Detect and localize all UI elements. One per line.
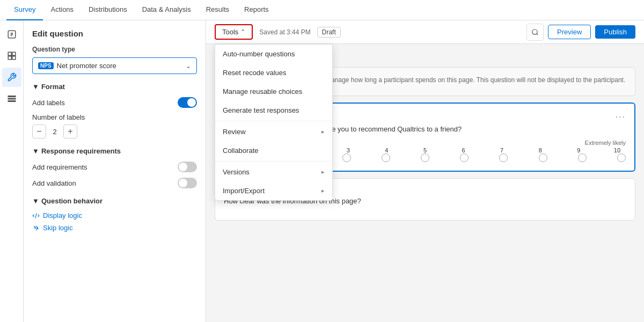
survey-nav-icon[interactable] xyxy=(2,25,21,44)
auto-number-label: Auto-number questions xyxy=(223,50,295,58)
svg-rect-3 xyxy=(8,56,11,60)
display-logic-label: Display logic xyxy=(43,211,82,219)
top-nav: Survey Actions Distributions Data & Anal… xyxy=(0,0,644,20)
nps-radio-5[interactable] xyxy=(421,153,429,162)
skip-logic-link[interactable]: Skip logic xyxy=(32,224,197,232)
reset-recode-label: Reset recode values xyxy=(223,69,287,77)
behavior-arrow-icon: ▼ xyxy=(32,197,39,205)
preview-button[interactable]: Preview xyxy=(548,25,591,39)
nps-radio-4[interactable] xyxy=(382,153,390,162)
saved-status: Saved at 3:44 PM xyxy=(259,28,310,36)
nps-num-3: 3 xyxy=(340,147,357,153)
add-requirements-toggle[interactable] xyxy=(178,162,197,172)
review-arrow-icon: ▸ xyxy=(321,128,325,135)
svg-rect-6 xyxy=(8,98,16,99)
svg-rect-1 xyxy=(8,52,11,55)
nav-tab-results[interactable]: Results xyxy=(199,0,237,20)
tools-dropdown-menu: Auto-number questions Reset recode value… xyxy=(215,44,333,201)
nps-label-right: Extremely likely xyxy=(585,140,626,146)
edit-panel: Edit question Question type NPS Net prom… xyxy=(24,20,206,322)
toolbar-right: Preview Publish xyxy=(526,24,635,41)
number-control: − 2 + xyxy=(32,125,77,138)
nps-badge: NPS xyxy=(38,62,54,69)
question-type-select[interactable]: NPS Net promoter score ⌄ xyxy=(32,57,197,74)
search-icon xyxy=(531,28,539,36)
label-count: 2 xyxy=(50,128,59,136)
blocks-nav-icon[interactable] xyxy=(2,46,21,65)
nps-more-icon[interactable]: ··· xyxy=(616,112,626,122)
svg-rect-2 xyxy=(12,52,15,55)
nav-tab-distributions[interactable]: Distributions xyxy=(81,0,135,20)
svg-point-8 xyxy=(532,29,537,34)
nps-num-8: 8 xyxy=(532,147,549,153)
display-logic-link[interactable]: Display logic xyxy=(32,211,197,219)
add-validation-toggle[interactable] xyxy=(178,178,197,188)
menu-item-import-export[interactable]: Import/Export ▸ xyxy=(215,181,332,200)
generate-test-label: Generate test responses xyxy=(223,106,299,114)
publish-button[interactable]: Publish xyxy=(595,25,635,39)
add-requirements-label: Add requirements xyxy=(32,163,87,171)
format-header[interactable]: ▼ Format xyxy=(32,83,197,91)
collaborate-label: Collaborate xyxy=(223,147,259,155)
response-header[interactable]: ▼ Response requirements xyxy=(32,147,197,155)
nps-num-9: 9 xyxy=(570,147,587,153)
menu-item-versions[interactable]: Versions ▸ xyxy=(215,163,332,181)
review-label: Review xyxy=(223,128,246,136)
response-header-label: Response requirements xyxy=(41,147,121,155)
skip-logic-icon xyxy=(32,224,40,232)
nav-tab-data-analysis[interactable]: Data & Analysis xyxy=(135,0,199,20)
menu-item-collaborate[interactable]: Collaborate xyxy=(215,141,332,160)
menu-item-generate-test[interactable]: Generate test responses xyxy=(215,101,332,120)
divider-1 xyxy=(215,121,332,121)
search-button[interactable] xyxy=(526,24,544,41)
response-arrow-icon: ▼ xyxy=(32,147,39,155)
nav-tab-actions[interactable]: Actions xyxy=(43,0,81,20)
main-content: Tools ⌃ Saved at 3:44 PM Draft Preview P… xyxy=(206,20,644,322)
format-header-label: Format xyxy=(41,83,65,91)
increment-button[interactable]: + xyxy=(63,125,77,138)
format-section: ▼ Format Add labels Number of labels − 2… xyxy=(32,83,197,138)
svg-rect-4 xyxy=(12,56,15,60)
menu-item-review[interactable]: Review ▸ xyxy=(215,122,332,141)
nps-radio-7[interactable] xyxy=(499,153,508,162)
import-export-label: Import/Export xyxy=(223,187,265,195)
add-validation-label: Add validation xyxy=(32,179,76,187)
decrement-button[interactable]: − xyxy=(32,125,46,138)
divider-2 xyxy=(215,161,332,162)
tools-button[interactable]: Tools ⌃ xyxy=(215,24,253,40)
draft-badge: Draft xyxy=(317,27,341,38)
question-type-chevron: ⌄ xyxy=(186,62,191,70)
nps-num-5: 5 xyxy=(416,147,434,153)
list-nav-icon[interactable] xyxy=(2,89,21,108)
svg-line-9 xyxy=(537,33,538,35)
nps-radio-10[interactable] xyxy=(617,153,626,162)
svg-rect-7 xyxy=(8,101,16,102)
sidebar-icons xyxy=(0,20,24,322)
tools-chevron-icon: ⌃ xyxy=(240,28,245,35)
question-type-value: Net promoter score xyxy=(57,62,116,70)
behavior-header[interactable]: ▼ Question behavior xyxy=(32,197,197,205)
edit-panel-title: Edit question xyxy=(32,29,197,38)
nps-num-10: 10 xyxy=(609,147,626,153)
nav-tab-reports[interactable]: Reports xyxy=(237,0,276,20)
tools-nav-icon[interactable] xyxy=(2,68,21,87)
manage-choices-label: Manage reusable choices xyxy=(223,87,302,96)
versions-arrow-icon: ▸ xyxy=(321,169,325,175)
nps-radio-9[interactable] xyxy=(578,153,587,162)
tools-label: Tools xyxy=(222,28,238,36)
menu-item-manage-choices[interactable]: Manage reusable choices xyxy=(215,82,332,101)
nps-radio-3[interactable] xyxy=(342,153,351,162)
menu-item-reset-recode[interactable]: Reset recode values xyxy=(215,63,332,82)
display-logic-icon xyxy=(32,212,40,219)
nav-tab-survey[interactable]: Survey xyxy=(6,0,43,20)
menu-item-auto-number[interactable]: Auto-number questions xyxy=(215,45,332,63)
add-labels-toggle[interactable] xyxy=(178,97,197,108)
nps-num-7: 7 xyxy=(493,147,510,153)
num-labels-label: Number of labels xyxy=(32,113,85,121)
behavior-header-label: Question behavior xyxy=(41,197,103,205)
svg-rect-5 xyxy=(8,96,16,97)
nps-radio-8[interactable] xyxy=(539,153,547,162)
add-labels-label: Add labels xyxy=(32,99,65,107)
response-requirements-section: ▼ Response requirements Add requirements… xyxy=(32,147,197,188)
nps-radio-6[interactable] xyxy=(460,153,469,162)
